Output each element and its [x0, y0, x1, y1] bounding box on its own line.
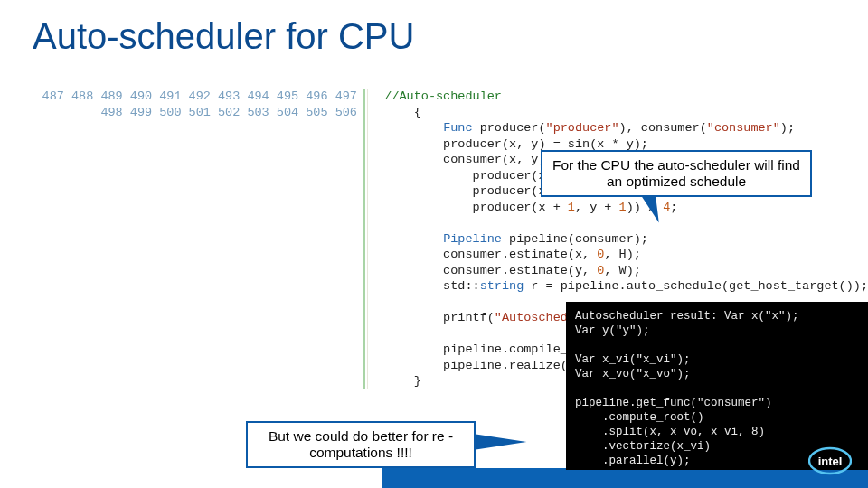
code-token-type: Func	[443, 121, 472, 135]
code-token: producer(	[473, 121, 546, 135]
footer-bar	[0, 468, 868, 488]
code-token: printf(	[384, 311, 495, 324]
gutter-bar-green	[363, 89, 365, 389]
code-token-string: "consumer"	[707, 121, 780, 135]
code-line: {	[384, 106, 421, 119]
code-token-string: "producer"	[546, 121, 619, 135]
intel-logo-icon: intel	[808, 446, 852, 475]
code-token: consumer.estimate(x,	[384, 248, 597, 261]
code-token: ;	[670, 201, 677, 214]
code-line: //Auto-scheduler	[384, 89, 502, 103]
code-token: , y +	[575, 201, 619, 214]
code-token: , H);	[604, 248, 641, 261]
code-token: ), consumer(	[619, 121, 707, 135]
code-token-type: Pipeline	[443, 232, 502, 246]
code-token-num: 1	[568, 201, 575, 214]
code-token-num: 1	[619, 201, 627, 214]
code-line: }	[384, 374, 421, 388]
code-token: pipeline(consumer);	[502, 232, 648, 246]
gutter-bar-cream	[367, 89, 369, 389]
callout-bottom: But we could do better for re -computati…	[246, 421, 476, 468]
code-token: );	[780, 121, 795, 135]
code-token: , W);	[604, 264, 641, 277]
code-token-kw: string	[480, 279, 524, 293]
terminal-output: Autoscheduler result: Var x("x"); Var y(…	[566, 302, 868, 470]
code-token: r = pipeline.auto_schedule(get_host_targ…	[524, 279, 868, 293]
code-token: std::	[384, 279, 479, 293]
callout-arrow-right-icon	[473, 434, 526, 450]
line-numbers: 487 488 489 490 491 492 493 494 495 496 …	[33, 89, 363, 389]
code-token: consumer.estimate(y,	[384, 264, 597, 277]
code-token: producer(x +	[384, 201, 568, 214]
slide-title: Auto-scheduler for CPU	[0, 0, 868, 57]
code-line: producer(x, y) = sin(x * y);	[384, 137, 648, 151]
svg-text:intel: intel	[818, 455, 843, 468]
callout-top: For the CPU the auto-scheduler will find…	[541, 150, 812, 197]
